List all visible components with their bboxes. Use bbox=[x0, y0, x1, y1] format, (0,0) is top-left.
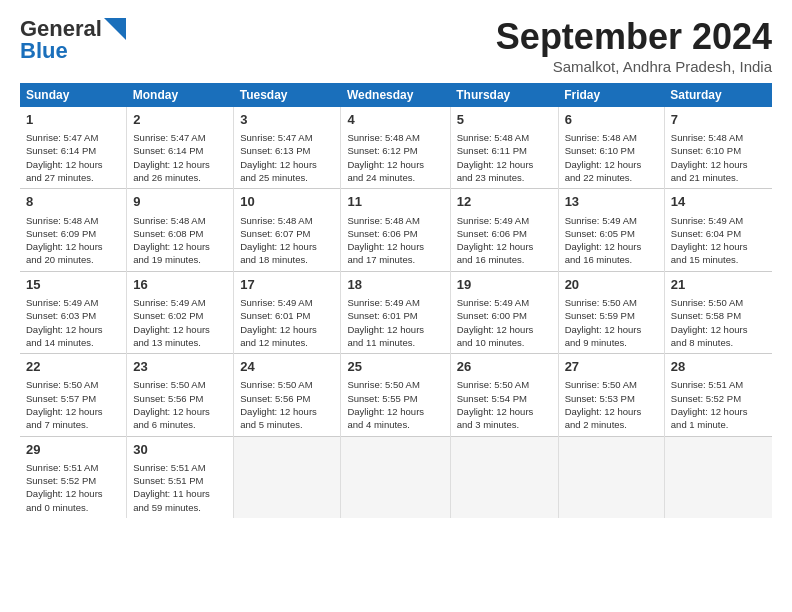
svg-marker-0 bbox=[104, 18, 126, 40]
day-number: 5 bbox=[457, 111, 552, 129]
day-number: 22 bbox=[26, 358, 120, 376]
table-row: 11Sunrise: 5:48 AMSunset: 6:06 PMDayligh… bbox=[341, 189, 450, 271]
table-row: 30Sunrise: 5:51 AMSunset: 5:51 PMDayligh… bbox=[127, 436, 234, 518]
page-container: General Blue September 2024 Samalkot, An… bbox=[0, 0, 792, 528]
table-row: 25Sunrise: 5:50 AMSunset: 5:55 PMDayligh… bbox=[341, 354, 450, 436]
calendar-header-row: Sunday Monday Tuesday Wednesday Thursday… bbox=[20, 83, 772, 107]
table-row: 22Sunrise: 5:50 AMSunset: 5:57 PMDayligh… bbox=[20, 354, 127, 436]
day-number: 24 bbox=[240, 358, 334, 376]
table-row: 19Sunrise: 5:49 AMSunset: 6:00 PMDayligh… bbox=[450, 271, 558, 353]
logo: General Blue bbox=[20, 16, 126, 64]
table-row: 28Sunrise: 5:51 AMSunset: 5:52 PMDayligh… bbox=[664, 354, 772, 436]
day-number: 12 bbox=[457, 193, 552, 211]
day-number: 17 bbox=[240, 276, 334, 294]
table-row: 5Sunrise: 5:48 AMSunset: 6:11 PMDaylight… bbox=[450, 107, 558, 189]
day-number: 10 bbox=[240, 193, 334, 211]
calendar-week-5: 29Sunrise: 5:51 AMSunset: 5:52 PMDayligh… bbox=[20, 436, 772, 518]
day-number: 8 bbox=[26, 193, 120, 211]
logo-arrow-icon bbox=[104, 18, 126, 40]
table-row: 29Sunrise: 5:51 AMSunset: 5:52 PMDayligh… bbox=[20, 436, 127, 518]
day-number: 13 bbox=[565, 193, 658, 211]
table-row: 27Sunrise: 5:50 AMSunset: 5:53 PMDayligh… bbox=[558, 354, 664, 436]
table-row: 18Sunrise: 5:49 AMSunset: 6:01 PMDayligh… bbox=[341, 271, 450, 353]
day-number: 9 bbox=[133, 193, 227, 211]
table-row: 8Sunrise: 5:48 AMSunset: 6:09 PMDaylight… bbox=[20, 189, 127, 271]
day-number: 29 bbox=[26, 441, 120, 459]
table-row: 6Sunrise: 5:48 AMSunset: 6:10 PMDaylight… bbox=[558, 107, 664, 189]
table-row: 21Sunrise: 5:50 AMSunset: 5:58 PMDayligh… bbox=[664, 271, 772, 353]
table-row: 7Sunrise: 5:48 AMSunset: 6:10 PMDaylight… bbox=[664, 107, 772, 189]
subtitle: Samalkot, Andhra Pradesh, India bbox=[496, 58, 772, 75]
col-saturday: Saturday bbox=[664, 83, 772, 107]
table-row: 24Sunrise: 5:50 AMSunset: 5:56 PMDayligh… bbox=[234, 354, 341, 436]
calendar-week-2: 8Sunrise: 5:48 AMSunset: 6:09 PMDaylight… bbox=[20, 189, 772, 271]
header: General Blue September 2024 Samalkot, An… bbox=[20, 16, 772, 75]
table-row: 13Sunrise: 5:49 AMSunset: 6:05 PMDayligh… bbox=[558, 189, 664, 271]
table-row: 10Sunrise: 5:48 AMSunset: 6:07 PMDayligh… bbox=[234, 189, 341, 271]
table-row: 4Sunrise: 5:48 AMSunset: 6:12 PMDaylight… bbox=[341, 107, 450, 189]
day-number: 16 bbox=[133, 276, 227, 294]
day-number: 21 bbox=[671, 276, 766, 294]
col-wednesday: Wednesday bbox=[341, 83, 450, 107]
day-number: 26 bbox=[457, 358, 552, 376]
table-row: 17Sunrise: 5:49 AMSunset: 6:01 PMDayligh… bbox=[234, 271, 341, 353]
col-thursday: Thursday bbox=[450, 83, 558, 107]
day-number: 27 bbox=[565, 358, 658, 376]
day-number: 14 bbox=[671, 193, 766, 211]
day-number: 30 bbox=[133, 441, 227, 459]
day-number: 4 bbox=[347, 111, 443, 129]
col-sunday: Sunday bbox=[20, 83, 127, 107]
table-row: 16Sunrise: 5:49 AMSunset: 6:02 PMDayligh… bbox=[127, 271, 234, 353]
logo-blue: Blue bbox=[20, 38, 68, 64]
day-number: 25 bbox=[347, 358, 443, 376]
table-row: 23Sunrise: 5:50 AMSunset: 5:56 PMDayligh… bbox=[127, 354, 234, 436]
table-row bbox=[558, 436, 664, 518]
day-number: 19 bbox=[457, 276, 552, 294]
day-number: 2 bbox=[133, 111, 227, 129]
title-block: September 2024 Samalkot, Andhra Pradesh,… bbox=[496, 16, 772, 75]
day-number: 11 bbox=[347, 193, 443, 211]
day-number: 20 bbox=[565, 276, 658, 294]
calendar-week-1: 1Sunrise: 5:47 AMSunset: 6:14 PMDaylight… bbox=[20, 107, 772, 189]
table-row: 15Sunrise: 5:49 AMSunset: 6:03 PMDayligh… bbox=[20, 271, 127, 353]
day-number: 1 bbox=[26, 111, 120, 129]
table-row bbox=[664, 436, 772, 518]
month-title: September 2024 bbox=[496, 16, 772, 58]
day-number: 7 bbox=[671, 111, 766, 129]
table-row bbox=[341, 436, 450, 518]
col-tuesday: Tuesday bbox=[234, 83, 341, 107]
day-number: 3 bbox=[240, 111, 334, 129]
calendar-week-4: 22Sunrise: 5:50 AMSunset: 5:57 PMDayligh… bbox=[20, 354, 772, 436]
table-row: 3Sunrise: 5:47 AMSunset: 6:13 PMDaylight… bbox=[234, 107, 341, 189]
table-row: 2Sunrise: 5:47 AMSunset: 6:14 PMDaylight… bbox=[127, 107, 234, 189]
table-row: 14Sunrise: 5:49 AMSunset: 6:04 PMDayligh… bbox=[664, 189, 772, 271]
day-number: 15 bbox=[26, 276, 120, 294]
table-row bbox=[234, 436, 341, 518]
day-number: 18 bbox=[347, 276, 443, 294]
calendar-week-3: 15Sunrise: 5:49 AMSunset: 6:03 PMDayligh… bbox=[20, 271, 772, 353]
day-number: 23 bbox=[133, 358, 227, 376]
table-row: 1Sunrise: 5:47 AMSunset: 6:14 PMDaylight… bbox=[20, 107, 127, 189]
table-row bbox=[450, 436, 558, 518]
table-row: 20Sunrise: 5:50 AMSunset: 5:59 PMDayligh… bbox=[558, 271, 664, 353]
calendar-body: 1Sunrise: 5:47 AMSunset: 6:14 PMDaylight… bbox=[20, 107, 772, 518]
col-friday: Friday bbox=[558, 83, 664, 107]
day-number: 6 bbox=[565, 111, 658, 129]
day-number: 28 bbox=[671, 358, 766, 376]
col-monday: Monday bbox=[127, 83, 234, 107]
calendar-table: Sunday Monday Tuesday Wednesday Thursday… bbox=[20, 83, 772, 518]
table-row: 26Sunrise: 5:50 AMSunset: 5:54 PMDayligh… bbox=[450, 354, 558, 436]
table-row: 9Sunrise: 5:48 AMSunset: 6:08 PMDaylight… bbox=[127, 189, 234, 271]
table-row: 12Sunrise: 5:49 AMSunset: 6:06 PMDayligh… bbox=[450, 189, 558, 271]
